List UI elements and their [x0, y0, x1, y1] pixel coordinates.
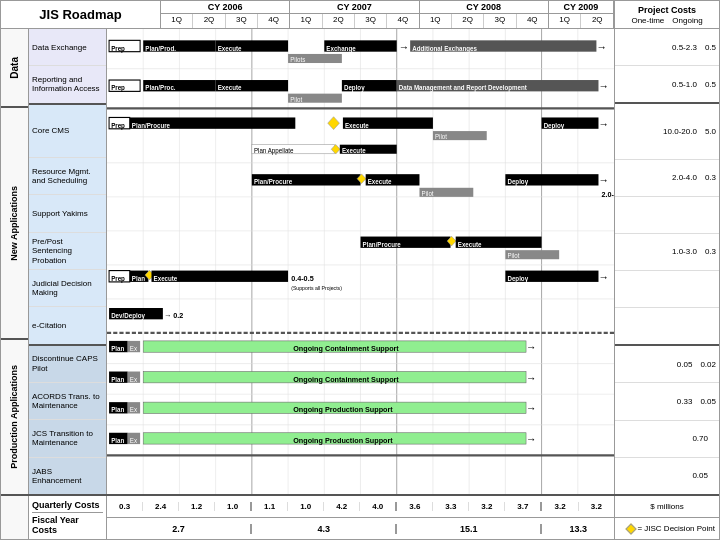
cost-ongoing-core-cms: 5.0 — [705, 127, 716, 136]
q2-2009-cost: 3.2 — [579, 502, 614, 511]
svg-text:Plan: Plan — [111, 437, 124, 444]
cost-row-resource-mgmt: 2.0-4.0 0.3 — [615, 160, 719, 197]
q4-2008: 4Q — [517, 14, 548, 28]
svg-text:Ex: Ex — [130, 437, 138, 444]
cost-row-reporting: 0.5-1.0 0.5 — [615, 66, 719, 104]
cy2008-label: CY 2008 — [420, 1, 548, 14]
production-section-label-cell: Production Applications — [1, 340, 28, 494]
svg-text:Prep: Prep — [111, 84, 125, 92]
svg-text:Deploy: Deploy — [507, 275, 528, 283]
discontinue-caps-label: Discontinue CAPS Pilot — [29, 346, 106, 383]
fy2009-total: 13.3 — [542, 524, 614, 534]
cy2006-label: CY 2006 — [161, 1, 289, 14]
fy2006-total: 2.7 — [107, 524, 252, 534]
q2-2006-cost: 2.4 — [143, 502, 179, 511]
cost-ongoing-reporting: 0.5 — [705, 80, 716, 89]
svg-text:Plan/Procure: Plan/Procure — [363, 240, 402, 247]
q1-2009-cost: 3.2 — [542, 502, 578, 511]
body-area: Data New Applications Production Applica… — [1, 29, 719, 494]
svg-text:→: → — [598, 117, 608, 130]
svg-text:Execute: Execute — [218, 84, 242, 91]
data-section-label-cell: Data — [1, 29, 28, 108]
svg-text:→ 0.2: → 0.2 — [164, 311, 183, 320]
q4-2007-cost: 4.0 — [360, 502, 395, 511]
cy2008-quarters: 1Q 2Q 3Q 4Q — [420, 14, 548, 28]
cost-onetime-jcs: 0.70 — [692, 434, 708, 443]
quarterly-costs-label: Quarterly Costs — [32, 498, 103, 512]
q3-2008: 3Q — [484, 14, 516, 28]
legend-box-icon — [626, 523, 637, 534]
svg-text:Ongoing Containment Support: Ongoing Containment Support — [293, 374, 399, 383]
fy2007-quarterly: 1.1 1.0 4.2 4.0 — [252, 502, 397, 511]
cy2007-group: CY 2007 1Q 2Q 3Q 4Q — [290, 1, 419, 28]
svg-text:→: → — [596, 40, 606, 53]
timeline-header: CY 2006 1Q 2Q 3Q 4Q CY 2007 1Q 2Q 3Q 4Q — [161, 1, 614, 28]
q2-2006: 2Q — [193, 14, 225, 28]
svg-text:Plan Appellate: Plan Appellate — [254, 146, 294, 154]
svg-text:Plan/Procure: Plan/Procure — [132, 121, 171, 128]
bottom-costs-right: $ millions = JISC Decision Point — [614, 496, 719, 539]
millions-label: $ millions — [615, 496, 719, 518]
ongoing-label: Ongoing — [672, 16, 702, 25]
fy2008-total: 15.1 — [397, 524, 542, 534]
bottom-data-grid: 0.3 2.4 1.2 1.0 1.1 1.0 4.2 4.0 3.6 3.3 … — [107, 496, 614, 539]
svg-text:→: → — [598, 174, 608, 187]
jis-title: JIS Roadmap — [1, 1, 161, 28]
svg-text:Ex: Ex — [130, 406, 138, 413]
svg-text:→: → — [598, 270, 608, 283]
svg-text:Prep: Prep — [111, 275, 125, 283]
q4-2006: 4Q — [258, 14, 289, 28]
fy2008-quarterly: 3.6 3.3 3.2 3.7 — [397, 502, 542, 511]
svg-text:Ongoing Production Support: Ongoing Production Support — [293, 436, 393, 445]
one-time-label: One-time — [631, 16, 664, 25]
header-row: JIS Roadmap CY 2006 1Q 2Q 3Q 4Q CY 2007 … — [1, 1, 719, 29]
svg-text:Execute: Execute — [368, 178, 392, 185]
q4-2006-cost: 1.0 — [215, 502, 250, 511]
bottom-section-spacer — [1, 496, 29, 539]
svg-text:Execute: Execute — [342, 146, 366, 153]
cost-onetime-resource-mgmt: 2.0-4.0 — [672, 173, 697, 182]
data-section-label: Data — [9, 57, 20, 79]
svg-text:Pilot: Pilot — [435, 133, 447, 140]
q4-2007: 4Q — [387, 14, 418, 28]
svg-text:Prep: Prep — [111, 121, 125, 129]
svg-text:Exchange: Exchange — [326, 44, 356, 52]
q1-2009: 1Q — [549, 14, 582, 28]
svg-text:Additional Exchanges: Additional Exchanges — [412, 44, 477, 52]
main-container: JIS Roadmap CY 2006 1Q 2Q 3Q 4Q CY 2007 … — [0, 0, 720, 540]
cost-row-jabs: 0.05 — [615, 458, 719, 494]
svg-text:Dev/Deploy: Dev/Deploy — [111, 312, 145, 320]
cy2007-label: CY 2007 — [290, 1, 418, 14]
acords-trans-label: ACORDS Trans. to Maintenance — [29, 383, 106, 420]
costs-title: Project Costs — [638, 5, 696, 15]
section-labels-column: Data New Applications Production Applica… — [1, 29, 29, 494]
svg-text:Ex: Ex — [130, 375, 138, 382]
cost-row-prepost: 1.0-3.0 0.3 — [615, 234, 719, 271]
svg-text:2.0-4.0: 2.0-4.0 — [602, 190, 614, 199]
q2-2007: 2Q — [323, 14, 355, 28]
fy2009-quarterly: 3.2 3.2 — [542, 502, 614, 511]
q2-2007-cost: 1.0 — [288, 502, 324, 511]
q1-2007: 1Q — [290, 14, 322, 28]
cy2006-quarters: 1Q 2Q 3Q 4Q — [161, 14, 289, 28]
jcs-transition-label: JCS Transition to Maintenance — [29, 420, 106, 457]
production-section-label: Production Applications — [10, 365, 20, 469]
q1-2008: 1Q — [420, 14, 452, 28]
costs-header-cell: Project Costs One-time Ongoing — [614, 1, 719, 28]
svg-text:Prep: Prep — [111, 44, 125, 52]
svg-text:Pilots: Pilots — [290, 56, 306, 63]
cost-row-discontinue-caps: 0.05 0.02 — [615, 346, 719, 383]
q3-2006-cost: 1.2 — [179, 502, 215, 511]
cy2008-group: CY 2008 1Q 2Q 3Q 4Q — [420, 1, 549, 28]
ecitation-label: e-Citation — [29, 307, 106, 345]
cost-row-support-yakims — [615, 197, 719, 234]
fiscal-year-costs-label: Fiscal Year Costs — [32, 512, 103, 537]
svg-text:(Supports all Projects): (Supports all Projects) — [291, 285, 342, 291]
resource-mgmt-label: Resource Mgmt. and Scheduling — [29, 158, 106, 195]
cost-ongoing-resource-mgmt: 0.3 — [705, 173, 716, 182]
svg-text:Deploy: Deploy — [507, 178, 528, 186]
svg-text:Plan/Procure: Plan/Procure — [254, 178, 293, 185]
svg-text:Execute: Execute — [218, 44, 242, 51]
q2-2008: 2Q — [452, 14, 484, 28]
svg-text:Pilot: Pilot — [507, 252, 519, 259]
